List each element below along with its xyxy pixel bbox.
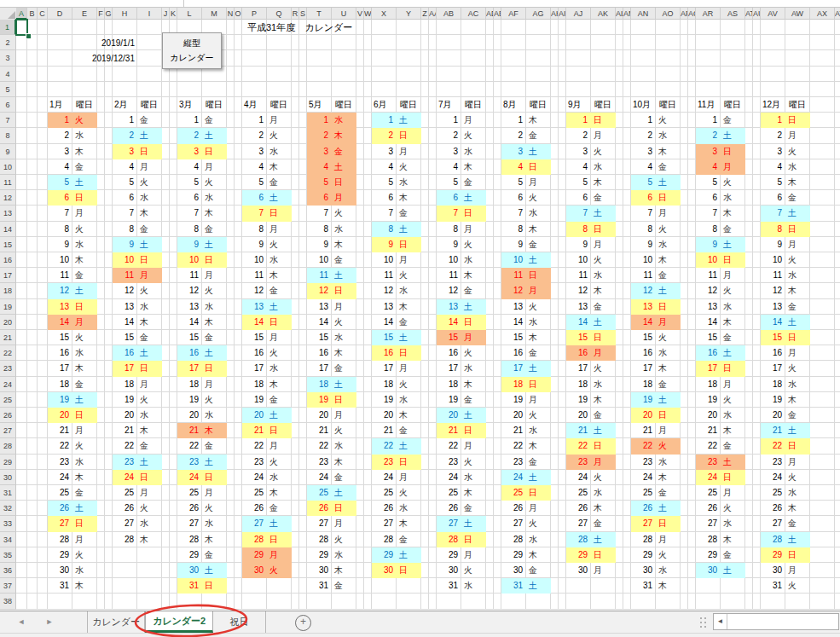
day-number-cell[interactable]: 22	[696, 438, 721, 454]
weekday-cell[interactable]: 金	[785, 190, 810, 206]
grid-cell[interactable]	[97, 470, 105, 485]
grid-cell[interactable]	[616, 144, 623, 159]
grid-cell[interactable]	[292, 144, 299, 159]
grid-cell[interactable]	[486, 423, 494, 438]
weekday-cell[interactable]: 金	[461, 392, 486, 408]
grid-cell[interactable]	[299, 578, 307, 594]
grid-cell[interactable]	[835, 501, 840, 516]
grid-cell[interactable]	[696, 50, 721, 66]
weekday-cell[interactable]: 日	[526, 268, 551, 283]
grid-cell[interactable]	[551, 547, 559, 563]
grid-cell[interactable]	[681, 563, 688, 578]
day-number-cell[interactable]: 16	[113, 345, 137, 361]
grid-cell[interactable]	[753, 345, 761, 361]
grid-cell[interactable]	[559, 175, 566, 190]
grid-cell[interactable]	[681, 97, 688, 113]
day-number-cell[interactable]: 13	[437, 299, 461, 315]
weekday-cell[interactable]: 金	[332, 578, 356, 594]
day-number-cell[interactable]: 23	[242, 455, 267, 470]
grid-cell[interactable]	[486, 392, 494, 408]
day-number-cell[interactable]: 24	[307, 470, 332, 485]
grid-cell[interactable]	[616, 377, 623, 392]
grid-cell[interactable]	[105, 128, 113, 143]
day-number-cell[interactable]: 27	[696, 516, 721, 531]
grid-cell[interactable]	[623, 283, 631, 298]
grid-cell[interactable]	[364, 175, 372, 190]
grid-cell[interactable]	[162, 128, 170, 143]
day-number-cell[interactable]: 15	[177, 330, 202, 345]
grid-cell[interactable]	[299, 144, 307, 159]
grid-cell[interactable]	[16, 67, 27, 82]
weekday-cell[interactable]: 木	[72, 578, 97, 594]
grid-cell[interactable]	[356, 20, 364, 35]
grid-cell[interactable]	[307, 594, 332, 609]
grid-cell[interactable]	[227, 547, 235, 563]
grid-cell[interactable]	[372, 67, 397, 82]
youbi-header-cell[interactable]: 曜日	[72, 97, 97, 113]
grid-cell[interactable]	[299, 67, 307, 82]
grid-cell[interactable]	[551, 97, 559, 113]
grid-cell[interactable]	[688, 97, 696, 113]
grid-cell[interactable]	[745, 408, 753, 423]
weekday-cell[interactable]: 日	[721, 252, 745, 268]
weekday-cell[interactable]: 日	[72, 408, 97, 423]
grid-cell[interactable]	[688, 175, 696, 190]
weekday-cell[interactable]: 金	[72, 268, 97, 283]
grid-cell[interactable]	[105, 345, 113, 361]
grid-cell[interactable]	[397, 578, 421, 594]
grid-cell[interactable]	[551, 67, 559, 82]
grid-cell[interactable]	[835, 190, 840, 206]
grid-cell[interactable]	[170, 594, 177, 609]
day-number-cell[interactable]: 28	[113, 532, 137, 547]
grid-cell[interactable]	[486, 144, 494, 159]
day-number-cell[interactable]: 2	[437, 128, 461, 143]
grid-cell[interactable]	[292, 423, 299, 438]
grid-cell[interactable]	[332, 50, 356, 66]
weekday-cell[interactable]: 土	[526, 144, 551, 159]
grid-cell[interactable]	[616, 547, 623, 563]
weekday-cell[interactable]: 土	[591, 532, 616, 547]
weekday-cell[interactable]: 日	[721, 470, 745, 485]
weekday-cell[interactable]: 月	[721, 268, 745, 283]
grid-cell[interactable]	[372, 50, 397, 66]
grid-cell[interactable]	[623, 222, 631, 237]
grid-cell[interactable]	[227, 438, 235, 454]
grid-cell[interactable]	[429, 113, 437, 128]
grid-cell[interactable]	[494, 594, 501, 609]
weekday-cell[interactable]: 土	[721, 455, 745, 470]
day-number-cell[interactable]: 21	[372, 423, 397, 438]
weekday-cell[interactable]: 土	[332, 159, 356, 175]
day-number-cell[interactable]: 18	[48, 377, 72, 392]
month-header-cell[interactable]: 8月	[501, 97, 526, 113]
day-number-cell[interactable]: 16	[372, 345, 397, 361]
day-number-cell[interactable]: 14	[307, 315, 332, 330]
grid-cell[interactable]	[105, 299, 113, 315]
weekday-cell[interactable]: 火	[267, 563, 292, 578]
grid-cell[interactable]	[16, 50, 27, 66]
weekday-cell[interactable]: 水	[72, 128, 97, 143]
day-number-cell[interactable]: 21	[437, 423, 461, 438]
grid-cell[interactable]	[559, 377, 566, 392]
grid-cell[interactable]	[631, 594, 656, 609]
grid-cell[interactable]	[681, 423, 688, 438]
grid-cell[interactable]	[113, 547, 137, 563]
grid-cell[interactable]	[810, 455, 835, 470]
day-number-cell[interactable]: 22	[307, 438, 332, 454]
weekday-cell[interactable]: 水	[137, 299, 162, 315]
day-number-cell[interactable]: 27	[177, 516, 202, 531]
grid-cell[interactable]	[97, 190, 105, 206]
grid-cell[interactable]	[38, 377, 48, 392]
grid-cell[interactable]	[681, 82, 688, 97]
grid-cell[interactable]	[681, 377, 688, 392]
grid-cell[interactable]	[307, 35, 332, 50]
weekday-cell[interactable]: 日	[526, 159, 551, 175]
grid-cell[interactable]	[623, 67, 631, 82]
grid-cell[interactable]	[356, 455, 364, 470]
grid-cell[interactable]	[105, 283, 113, 298]
grid-cell[interactable]	[292, 237, 299, 252]
grid-cell[interactable]	[97, 501, 105, 516]
day-number-cell[interactable]: 12	[372, 283, 397, 298]
grid-cell[interactable]	[616, 50, 623, 66]
weekday-cell[interactable]: 木	[267, 485, 292, 501]
grid-cell[interactable]	[105, 532, 113, 547]
